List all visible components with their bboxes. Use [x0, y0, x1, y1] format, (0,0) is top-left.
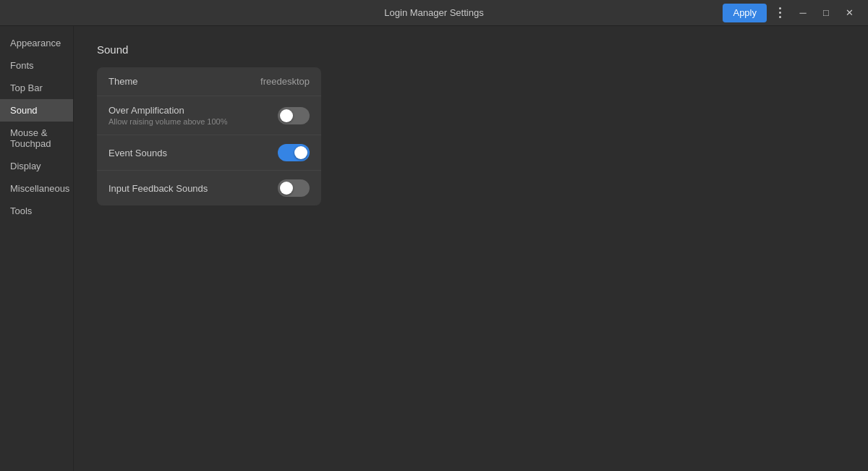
title-bar: Login Manager Settings Apply ─ □ ✕: [0, 0, 868, 26]
content-area: Sound Theme freedesktop Over Amplificati…: [74, 26, 868, 471]
sidebar-item-miscellaneous[interactable]: Miscellaneous: [0, 177, 73, 200]
sidebar-item-tools[interactable]: Tools: [0, 200, 73, 222]
sidebar: Appearance Fonts Top Bar Sound Mouse & T…: [0, 26, 74, 471]
close-button[interactable]: ✕: [839, 4, 859, 22]
title-bar-right: Apply ─ □ ✕: [576, 4, 859, 22]
over-amplification-toggle[interactable]: [278, 107, 310, 124]
sidebar-item-display[interactable]: Display: [0, 155, 73, 177]
input-feedback-thumb: [280, 182, 293, 195]
over-amplification-thumb: [280, 109, 293, 122]
section-title: Sound: [97, 43, 845, 56]
main-layout: Appearance Fonts Top Bar Sound Mouse & T…: [0, 26, 868, 471]
sidebar-item-mouse-touchpad[interactable]: Mouse & Touchpad: [0, 122, 73, 155]
window-title: Login Manager Settings: [384, 7, 483, 18]
over-amplification-left: Over Amplification Allow raising volume …: [109, 105, 227, 126]
title-bar-center: Login Manager Settings: [292, 7, 576, 18]
input-feedback-track: [278, 179, 310, 197]
over-amplification-row: Over Amplification Allow raising volume …: [97, 96, 321, 135]
input-feedback-toggle[interactable]: [278, 179, 310, 197]
theme-row: Theme freedesktop: [97, 67, 321, 96]
sidebar-item-sound[interactable]: Sound: [0, 99, 73, 122]
more-options-button[interactable]: [770, 4, 790, 22]
over-amplification-track: [278, 107, 310, 124]
input-feedback-label: Input Feedback Sounds: [109, 183, 208, 194]
maximize-button[interactable]: □: [816, 4, 836, 22]
sound-settings-card: Theme freedesktop Over Amplification All…: [97, 67, 321, 205]
theme-label: Theme: [109, 76, 137, 87]
event-sounds-row: Event Sounds: [97, 135, 321, 171]
three-dots-icon: [779, 7, 781, 18]
sidebar-item-appearance[interactable]: Appearance: [0, 32, 73, 54]
input-feedback-left: Input Feedback Sounds: [109, 183, 208, 194]
event-sounds-label: Event Sounds: [109, 148, 167, 158]
event-sounds-toggle[interactable]: [278, 144, 310, 161]
theme-value: freedesktop: [260, 76, 310, 87]
sidebar-item-fonts[interactable]: Fonts: [0, 54, 73, 77]
over-amplification-label: Over Amplification: [109, 105, 227, 116]
apply-button[interactable]: Apply: [723, 4, 767, 22]
event-sounds-track: [278, 144, 310, 161]
sidebar-item-top-bar[interactable]: Top Bar: [0, 77, 73, 99]
minimize-button[interactable]: ─: [793, 4, 813, 22]
event-sounds-left: Event Sounds: [109, 148, 167, 158]
over-amplification-sublabel: Allow raising volume above 100%: [109, 117, 227, 126]
event-sounds-thumb: [294, 146, 307, 159]
input-feedback-row: Input Feedback Sounds: [97, 171, 321, 205]
